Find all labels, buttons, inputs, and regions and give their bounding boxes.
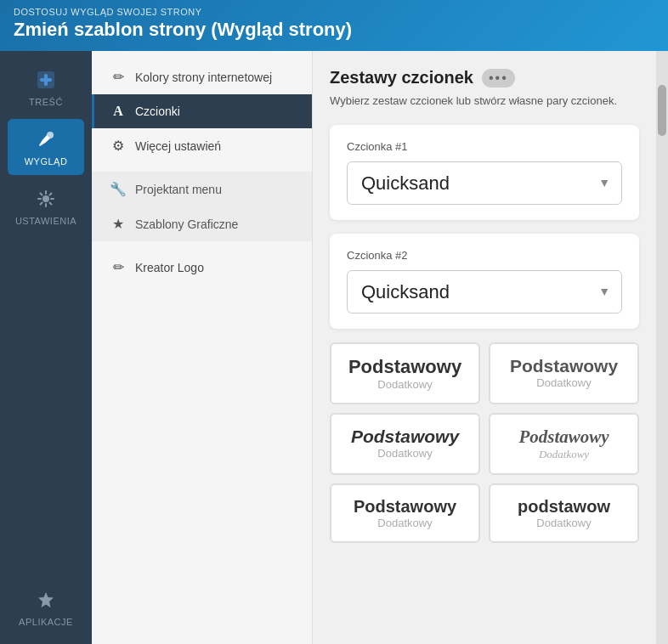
sidebar-label-wyglad: Wygląd <box>25 156 68 167</box>
font-card-1: Czcionka #1 Quicksand Roboto Open Sans L… <box>330 125 639 220</box>
page-title: Zmień szablon strony (Wygląd strony) <box>14 19 654 41</box>
nav-separator <box>92 163 312 172</box>
more-options-button[interactable]: ••• <box>482 69 515 88</box>
nav-item-kolory[interactable]: ✏ Kolory strony internetowej <box>92 59 312 94</box>
preset-secondary-3: Dodatkowy <box>340 447 470 460</box>
wrench-icon: 🔧 <box>110 181 127 197</box>
sidebar-label-aplikacje: Aplikacje <box>19 617 73 627</box>
sidebar-item-aplikacje[interactable]: Aplikacje <box>8 579 84 636</box>
nav-label-czcionki: Czcionki <box>135 105 180 118</box>
preset-secondary-5: Dodatkowy <box>340 517 470 529</box>
preset-card-1[interactable]: Podstawowy Dodatkowy <box>330 342 480 404</box>
nav-label-kreator: Kreator Logo <box>135 261 204 274</box>
preset-card-5[interactable]: Podstawowy Dodatkowy <box>330 483 480 543</box>
font1-select[interactable]: Quicksand Roboto Open Sans Lato Montserr… <box>347 161 622 205</box>
nav-label-projektant: Projektant menu <box>135 183 222 196</box>
font-card-2: Czcionka #2 Quicksand Roboto Open Sans L… <box>330 234 639 329</box>
preset-primary-2: Podstawowy <box>499 356 629 376</box>
svg-rect-2 <box>40 78 52 82</box>
preset-card-6[interactable]: podstawow Dodatkowy <box>489 483 639 543</box>
nav-item-czcionki[interactable]: A Czcionki <box>92 94 312 128</box>
plus-icon <box>34 68 58 92</box>
section-description: Wybierz zestaw czcionek lub stwórz własn… <box>330 93 639 110</box>
preset-card-3[interactable]: Podstawowy Dodatkowy <box>330 413 480 475</box>
brush-icon <box>34 127 58 151</box>
preset-primary-6: podstawow <box>499 497 629 517</box>
preset-secondary-4: Dodatkowy <box>499 448 629 461</box>
paint-icon: ✏ <box>110 69 127 85</box>
nav-label-kolory: Kolory strony internetowej <box>135 71 272 84</box>
preset-primary-1: Podstawowy <box>340 356 470 378</box>
main-layout: Treść Wygląd Ustawienia <box>0 51 668 644</box>
preset-secondary-2: Dodatkowy <box>499 376 629 389</box>
settings-icon: ⚙ <box>110 138 127 154</box>
kreator-icon: ✏ <box>110 259 127 275</box>
section-title: Zestawy czcionek <box>330 68 473 88</box>
sidebar-label-tresc: Treść <box>29 97 63 107</box>
preset-secondary-1: Dodatkowy <box>340 378 470 391</box>
top-header: Dostosuj Wygląd Swojej Strony Zmień szab… <box>0 0 668 51</box>
page-subtitle: Dostosuj Wygląd Swojej Strony <box>14 7 654 17</box>
star-icon <box>34 588 58 612</box>
svg-marker-5 <box>38 592 54 607</box>
sidebar-item-tresc[interactable]: Treść <box>8 59 84 116</box>
star2-icon: ★ <box>110 216 127 232</box>
preset-card-2[interactable]: Podstawowy Dodatkowy <box>489 342 639 404</box>
nav-label-szablony: Szablony Graficzne <box>135 217 238 231</box>
section-header: Zestawy czcionek ••• <box>330 68 639 88</box>
nav-label-wiecej: Więcej ustawień <box>135 139 221 153</box>
scrollbar-thumb[interactable] <box>658 85 666 136</box>
nav-item-szablony[interactable]: ★ Szablony Graficzne <box>92 206 312 241</box>
nav-separator-2 <box>92 241 312 250</box>
left-sidebar: Treść Wygląd Ustawienia <box>0 51 92 644</box>
preset-primary-5: Podstawowy <box>340 497 470 517</box>
font2-label: Czcionka #2 <box>347 249 622 262</box>
preset-secondary-6: Dodatkowy <box>499 517 629 529</box>
gear-icon <box>34 187 58 211</box>
preset-primary-4: Podstawowy <box>499 427 629 448</box>
preset-card-4[interactable]: Podstawowy Dodatkowy <box>489 413 639 475</box>
font2-select[interactable]: Quicksand Roboto Open Sans Lato Montserr… <box>347 270 622 314</box>
sidebar-label-ustawienia: Ustawienia <box>15 216 76 226</box>
font1-select-wrapper: Quicksand Roboto Open Sans Lato Montserr… <box>347 161 622 205</box>
content-panel: Zestawy czcionek ••• Wybierz zestaw czci… <box>313 51 656 644</box>
nav-item-projektant[interactable]: 🔧 Projektant menu <box>92 172 312 206</box>
right-scrollbar[interactable] <box>656 51 668 644</box>
presets-grid: Podstawowy Dodatkowy Podstawowy Dodatkow… <box>330 342 639 543</box>
nav-item-wiecej[interactable]: ⚙ Więcej ustawień <box>92 128 312 163</box>
font-icon: A <box>110 104 127 119</box>
preset-primary-3: Podstawowy <box>340 427 470 447</box>
sidebar-item-wyglad[interactable]: Wygląd <box>8 119 84 175</box>
sidebar-item-ustawienia[interactable]: Ustawienia <box>8 178 84 234</box>
svg-point-4 <box>42 195 49 202</box>
font1-label: Czcionka #1 <box>347 140 622 153</box>
svg-point-3 <box>47 132 54 138</box>
nav-item-kreator[interactable]: ✏ Kreator Logo <box>92 250 312 285</box>
font2-select-wrapper: Quicksand Roboto Open Sans Lato Montserr… <box>347 270 622 314</box>
center-nav: ✏ Kolory strony internetowej A Czcionki … <box>92 51 313 644</box>
